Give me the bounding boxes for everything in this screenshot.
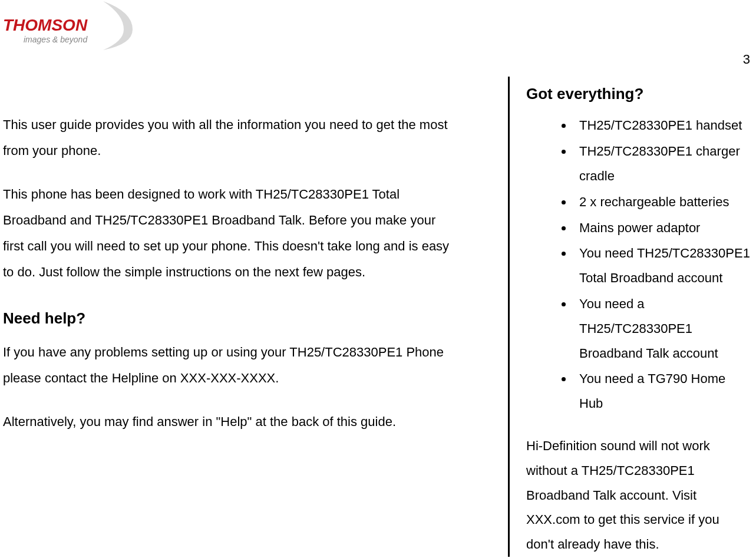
list-item: TH25/TC28330PE1 charger cradle (573, 139, 750, 189)
list-item: You need a TH25/TC28330PE1 Broadband Tal… (573, 292, 750, 365)
list-item: Mains power adaptor (573, 216, 750, 240)
list-item: 2 x rechargeable batteries (573, 190, 750, 214)
intro-paragraph-2: This phone has been designed to work wit… (3, 181, 451, 285)
brand-tagline: images & beyond (24, 35, 88, 44)
need-help-heading: Need help? (3, 303, 451, 334)
brand-logo: THOMSON images & beyond (0, 0, 138, 53)
sidebar-note: Hi-Definition sound will not work withou… (526, 434, 750, 557)
brand-name: THOMSON (3, 16, 88, 34)
sidebar-column: Got everything? TH25/TC28330PE1 handset … (526, 80, 750, 557)
list-item: You need a TG790 Home Hub (573, 367, 750, 416)
need-help-paragraph-1: If you have any problems setting up or u… (3, 339, 451, 391)
column-divider (508, 77, 510, 557)
main-column: This user guide provides you with all th… (3, 112, 451, 453)
sidebar-heading: Got everything? (526, 80, 750, 108)
checklist: TH25/TC28330PE1 handset TH25/TC28330PE1 … (526, 113, 750, 416)
need-help-paragraph-2: Alternatively, you may find answer in "H… (3, 409, 451, 435)
swoosh-icon (103, 1, 133, 50)
list-item: TH25/TC28330PE1 handset (573, 113, 750, 138)
list-item: You need TH25/TC28330PE1 Total Broadband… (573, 241, 750, 290)
intro-paragraph-1: This user guide provides you with all th… (3, 112, 451, 164)
page-number: 3 (743, 52, 750, 67)
